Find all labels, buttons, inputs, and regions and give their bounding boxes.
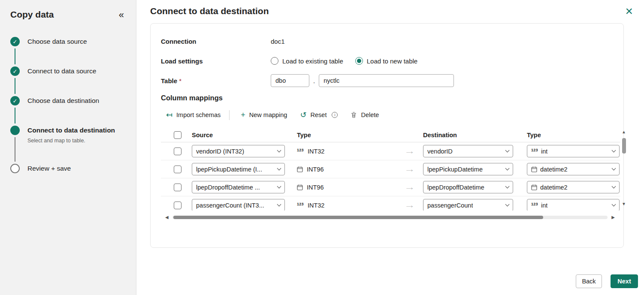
destination-type-dropdown[interactable]: datetime2 xyxy=(527,181,620,193)
number-type-icon: 123 xyxy=(297,202,304,206)
step-active-icon xyxy=(10,126,20,135)
trash-icon xyxy=(351,111,357,118)
source-type-cell: INT96 xyxy=(297,184,404,191)
horizontal-scrollbar-thumb[interactable] xyxy=(173,216,543,219)
scroll-up-icon[interactable]: ▲ xyxy=(622,129,626,135)
calendar-icon xyxy=(297,184,303,190)
row-checkbox[interactable] xyxy=(174,202,181,209)
step-connect-data-destination[interactable]: Connect to data destination Select and m… xyxy=(10,126,126,164)
destination-column-dropdown[interactable]: passengerCount xyxy=(423,199,513,211)
scroll-left-icon[interactable]: ◀ xyxy=(165,215,169,220)
destination-column-dropdown[interactable]: lpepDropoffDatetime xyxy=(423,181,513,193)
main-header: Connect to data destination × xyxy=(137,0,644,16)
wizard-sidebar: Copy data « ✓ Choose data source ✓ Conne… xyxy=(0,0,136,295)
chevron-down-icon xyxy=(277,148,281,153)
radio-selected-icon xyxy=(355,57,363,65)
source-column-dropdown[interactable]: lpepDropoffDatetime ... xyxy=(192,181,285,193)
mapping-arrow-icon: → xyxy=(404,183,423,192)
step-complete-icon: ✓ xyxy=(10,96,20,105)
radio-label: Load to new table xyxy=(367,57,417,65)
chevron-down-icon xyxy=(505,148,510,153)
table-name-inputs: . xyxy=(271,74,454,87)
step-connect-data-source[interactable]: ✓ Connect to data source xyxy=(10,66,126,96)
chevron-down-icon xyxy=(612,184,616,189)
wizard-title: Copy data xyxy=(10,9,54,20)
load-settings-row: Load settings Load to existing table Loa… xyxy=(161,54,613,67)
reset-icon: ↺ xyxy=(300,111,306,119)
destination-column-dropdown[interactable]: vendorID xyxy=(423,145,513,157)
mapping-row: passengerCount (INT3... 123 INT32 → pass… xyxy=(161,196,620,211)
source-column-dropdown[interactable]: vendorID (INT32) xyxy=(192,145,285,157)
row-checkbox[interactable] xyxy=(174,166,181,173)
chevron-down-icon xyxy=(505,166,510,171)
source-type-cell: 123 INT32 xyxy=(297,202,404,209)
step-review-save[interactable]: Review + save xyxy=(10,164,126,193)
chevron-down-icon xyxy=(612,202,616,207)
wizard-stepper: ✓ Choose data source ✓ Connect to data s… xyxy=(10,37,126,193)
table-label: Table * xyxy=(161,77,271,84)
table-name-input[interactable] xyxy=(319,74,454,87)
step-choose-data-source[interactable]: ✓ Choose data source xyxy=(10,37,126,66)
destination-type-dropdown[interactable]: 123 int xyxy=(527,199,620,211)
chevron-down-icon xyxy=(505,184,510,189)
collapse-sidebar-button[interactable]: « xyxy=(117,9,126,21)
source-column-dropdown[interactable]: passengerCount (INT3... xyxy=(192,199,285,211)
calendar-icon xyxy=(297,166,303,172)
grid-header-row: Source Type Destination Type xyxy=(161,128,620,142)
chevron-down-icon xyxy=(277,202,281,207)
load-settings-label: Load settings xyxy=(161,57,271,65)
close-icon[interactable]: × xyxy=(623,6,635,16)
check-icon: ✓ xyxy=(13,98,18,104)
radio-load-existing-table[interactable]: Load to existing table xyxy=(271,57,343,65)
destination-type-dropdown[interactable]: datetime2 xyxy=(527,163,620,175)
step-description: Select and map to table. xyxy=(27,138,126,144)
step-complete-icon: ✓ xyxy=(10,37,20,46)
reset-button[interactable]: ↺ Reset i xyxy=(297,109,340,120)
source-type-column-header: Type xyxy=(297,132,404,138)
mapping-arrow-icon: → xyxy=(404,165,423,174)
back-button[interactable]: Back xyxy=(576,274,602,288)
table-row: Table * . xyxy=(161,74,613,87)
horizontal-scrollbar[interactable]: ◀ ▶ xyxy=(165,214,615,220)
schema-name-input[interactable] xyxy=(271,74,309,87)
load-settings-options: Load to existing table Load to new table xyxy=(271,57,429,65)
new-mapping-button[interactable]: + New mapping xyxy=(238,109,290,120)
destination-settings-card: Connection doc1 Load settings Load to ex… xyxy=(150,23,624,248)
import-schemas-button[interactable]: ↤ Import schemas xyxy=(163,109,223,120)
destination-type-column-header: Type xyxy=(527,132,620,138)
radio-label: Load to existing table xyxy=(282,57,343,65)
source-column-dropdown[interactable]: lpepPickupDatetime (I... xyxy=(192,163,285,175)
chevron-down-icon xyxy=(612,166,616,171)
chevron-down-icon xyxy=(277,166,281,171)
toolbar-divider xyxy=(229,110,230,120)
info-icon[interactable]: i xyxy=(332,112,338,118)
wizard-footer: Back Next xyxy=(576,274,638,288)
vertical-scrollbar-track[interactable] xyxy=(621,135,627,202)
row-checkbox[interactable] xyxy=(174,148,181,155)
vertical-scrollbar-thumb[interactable] xyxy=(622,138,626,154)
calendar-icon xyxy=(531,166,537,172)
connection-value: doc1 xyxy=(271,38,285,45)
scroll-right-icon[interactable]: ▶ xyxy=(611,215,615,220)
horizontal-scrollbar-track[interactable] xyxy=(172,216,608,219)
calendar-icon xyxy=(531,184,537,190)
chevron-down-icon xyxy=(612,148,616,153)
select-all-checkbox[interactable] xyxy=(174,131,181,139)
row-checkbox[interactable] xyxy=(174,184,181,191)
step-choose-data-destination[interactable]: ✓ Choose data destination xyxy=(10,96,126,126)
mapping-arrow-icon: → xyxy=(404,201,423,210)
radio-load-new-table[interactable]: Load to new table xyxy=(355,57,417,65)
mappings-toolbar: ↤ Import schemas + New mapping ↺ Reset i… xyxy=(161,107,613,123)
source-column-header: Source xyxy=(192,132,285,138)
source-type-cell: 123 INT32 xyxy=(297,148,404,155)
mappings-grid-viewport: Source Type Destination Type vendorID (I… xyxy=(161,128,620,211)
destination-type-dropdown[interactable]: 123 int xyxy=(527,145,620,157)
mapping-row: lpepPickupDatetime (I... INT96 → lpepP xyxy=(161,160,620,178)
chevron-down-icon xyxy=(277,184,281,189)
vertical-scrollbar[interactable]: ▲ ▼ xyxy=(621,129,627,207)
destination-column-dropdown[interactable]: lpepPickupDatetime xyxy=(423,163,513,175)
number-type-icon: 123 xyxy=(531,148,538,152)
scroll-down-icon[interactable]: ▼ xyxy=(622,202,626,207)
next-button[interactable]: Next xyxy=(611,274,638,288)
delete-button[interactable]: Delete xyxy=(348,110,381,120)
